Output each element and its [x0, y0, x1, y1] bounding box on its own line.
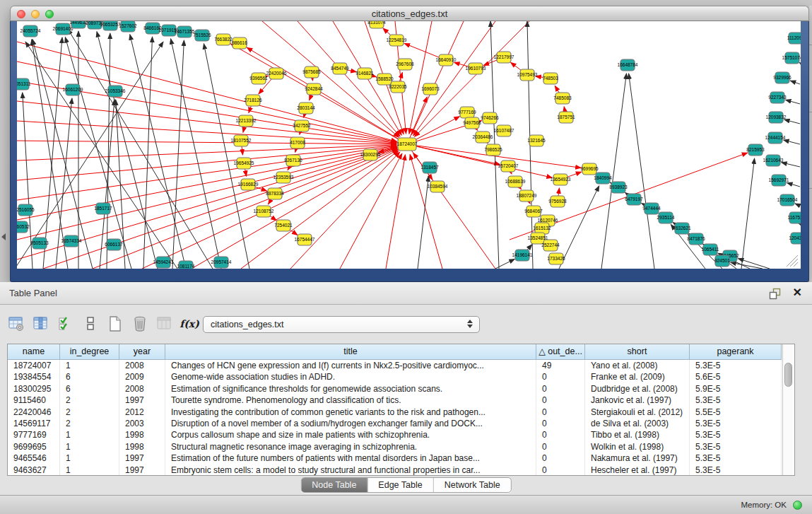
- table-row[interactable]: 1456911722003Disruption of a novel membe…: [8, 418, 782, 429]
- delete-table-button[interactable]: [131, 315, 149, 333]
- cell-pagerank: 5.3E-5: [690, 395, 782, 406]
- panel-collapse-arrow-icon[interactable]: [1, 233, 6, 240]
- float-panel-icon[interactable]: [769, 288, 781, 300]
- vertical-scrollbar[interactable]: [782, 344, 794, 475]
- cell-out_degree: 0: [536, 452, 585, 464]
- network-table-select-value: citations_edges.txt: [211, 320, 284, 329]
- table-panel-header: Table Panel ✕: [0, 282, 812, 305]
- cell-in_degree: 6: [60, 383, 119, 395]
- create-table-button[interactable]: [106, 315, 124, 333]
- network-node-label: 7485083: [553, 95, 572, 100]
- network-node-label: 9505133: [30, 240, 49, 245]
- memory-status-indicator[interactable]: [793, 501, 802, 510]
- network-node-label: 1167533: [788, 215, 801, 220]
- table-row[interactable]: 911546021997Tourette syndrome. Phenomeno…: [8, 395, 782, 406]
- side-panel-edge: [809, 6, 812, 282]
- network-edge: [495, 259, 514, 269]
- network-node-label: 2967608: [396, 62, 414, 66]
- cell-short: Tibbo et al. (1998): [585, 429, 690, 440]
- table-row[interactable]: 969969511998Structural magnetic resonanc…: [8, 441, 782, 452]
- table-row[interactable]: 1830029562008Estimation of significance …: [8, 383, 782, 395]
- column-header-out_degree[interactable]: △ out_de...: [536, 344, 585, 360]
- network-edge: [17, 146, 396, 200]
- network-edge: [790, 81, 800, 84]
- network-node-label: 6479197: [625, 197, 643, 201]
- network-node-label: 17016504: [777, 197, 798, 202]
- network-node-label: 8267130: [284, 158, 302, 163]
- network-edge: [629, 74, 654, 269]
- network-canvas[interactable]: 1872400722420046271812612213392181075521…: [17, 21, 801, 269]
- cell-pagerank: 5.3E-5: [690, 452, 782, 464]
- window-titlebar[interactable]: citations_edges.txt: [10, 6, 809, 21]
- cell-short: Dudbridge et al. (2008): [585, 383, 690, 395]
- cell-pagerank: 5.3E-5: [690, 429, 782, 440]
- select-all-columns-button[interactable]: [57, 315, 75, 333]
- tab-network-table[interactable]: Network Table: [433, 478, 511, 492]
- column-header-short[interactable]: short: [585, 344, 690, 360]
- close-panel-icon[interactable]: ✕: [793, 286, 802, 300]
- network-node-label: 16574334: [61, 238, 82, 243]
- table-row[interactable]: 2242004622012Investigating the contribut…: [8, 407, 782, 418]
- network-edge: [68, 29, 213, 269]
- network-node-label: 12217997: [494, 54, 514, 59]
- tab-edge-table[interactable]: Edge Table: [367, 478, 433, 492]
- network-edge: [787, 182, 800, 187]
- table-row[interactable]: 946362711997Embryonic stem cells: a mode…: [8, 465, 782, 475]
- network-node-label: 1204305: [789, 235, 801, 240]
- function-builder-button[interactable]: f(x): [180, 315, 199, 333]
- column-header-year[interactable]: year: [119, 344, 165, 360]
- table-row[interactable]: 1872400712008Changes of HCN gene express…: [8, 360, 782, 371]
- cell-short: Nakamura et al. (1997): [585, 452, 690, 464]
- cell-pagerank: 5.5E-5: [690, 407, 782, 418]
- network-node-label: 18807249: [517, 193, 537, 198]
- show-columns-button[interactable]: [32, 315, 50, 333]
- network-node-label: 3427552: [293, 123, 311, 128]
- row-union-button[interactable]: [81, 315, 100, 333]
- table-mode-button[interactable]: [7, 315, 25, 333]
- network-edge: [601, 74, 626, 269]
- network-node-label: 12213392: [236, 118, 257, 123]
- network-edge: [17, 145, 396, 160]
- column-header-pagerank[interactable]: pagerank: [690, 344, 782, 360]
- network-node-label: 15751074: [782, 55, 801, 60]
- table-row[interactable]: 977716911998Corpus callosum shape and si…: [8, 429, 782, 440]
- column-header-in_degree[interactable]: in_degree: [60, 344, 119, 360]
- network-node-label: 1588520: [375, 76, 394, 81]
- cell-pagerank: 5.3E-5: [690, 465, 782, 475]
- cell-short: Wolkin et al. (1998): [585, 441, 690, 452]
- network-node-label: 1875751: [557, 115, 575, 119]
- network-node-label: 18300295: [360, 152, 381, 157]
- network-node-label: 16648784: [618, 62, 638, 67]
- network-node-label: 14196141: [512, 252, 533, 257]
- network-node-label: 748503: [543, 76, 558, 81]
- network-edge: [17, 141, 396, 144]
- network-node-label: 19654925: [234, 160, 254, 165]
- column-header-name[interactable]: name: [8, 344, 60, 360]
- column-header-title[interactable]: title: [165, 344, 536, 360]
- network-node-label: 15692971: [769, 177, 789, 182]
- network-edge: [17, 145, 396, 180]
- table-row[interactable]: 946554611997Estimation of the future num…: [8, 452, 782, 464]
- network-node-label: 16120746: [538, 218, 558, 223]
- network-node-label: 9756928: [548, 199, 567, 204]
- cell-out_degree: 0: [536, 418, 585, 429]
- network-node-label: 14594241: [153, 259, 174, 264]
- network-node-label: 9474444: [642, 206, 661, 211]
- network-node-label: 1696073: [421, 86, 440, 91]
- cell-in_degree: 2: [60, 407, 119, 418]
- network-node-label: 9146821: [355, 71, 374, 76]
- cell-in_degree: 1: [60, 429, 119, 440]
- network-table-select[interactable]: citations_edges.txt: [203, 316, 480, 333]
- network-edge: [418, 176, 429, 269]
- memory-status-label: Memory: OK: [741, 501, 787, 509]
- network-node-label: 8222035: [389, 84, 407, 89]
- network-edge: [192, 149, 398, 269]
- scrollbar-thumb[interactable]: [784, 363, 792, 387]
- cell-name: 9777169: [8, 429, 60, 440]
- tab-node-table[interactable]: Node Table: [301, 478, 367, 492]
- cell-short: Yano et al. (2008): [585, 360, 690, 371]
- cell-title: Structural magnetic resonance image aver…: [165, 441, 536, 452]
- table-row[interactable]: 1938455462009Genome-wide association stu…: [8, 371, 782, 382]
- resize-grip-icon[interactable]: [787, 255, 798, 267]
- network-edge: [143, 37, 153, 269]
